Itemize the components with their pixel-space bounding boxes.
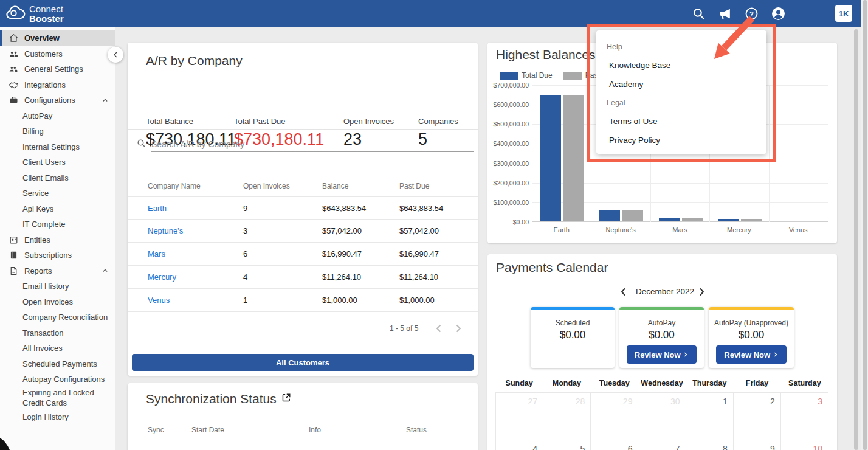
company-link[interactable]: Mercury — [148, 272, 176, 282]
sidebar-item-subscriptions[interactable]: Subscriptions — [0, 248, 115, 263]
sidebar-item-expiring-and-locked-credit-cards[interactable]: Expiring and Locked Credit Cards — [0, 387, 115, 409]
calendar-cell-7[interactable]: 7 — [638, 440, 686, 450]
sidebar-item-autopay[interactable]: AutoPay — [0, 108, 115, 124]
external-link-icon[interactable] — [281, 392, 292, 406]
y-tick-label: $0.00 — [487, 218, 529, 226]
calendar-cell-30[interactable]: 30 — [638, 393, 686, 440]
column-header-open-invoices: Open Invoices — [243, 182, 322, 190]
help-menu-item-terms-of-use[interactable]: Terms of Use — [596, 112, 766, 131]
bar-past-due-neptune-s — [622, 210, 643, 221]
calendar-cell-10[interactable]: 10 — [781, 440, 828, 450]
sidebar-item-label: Scheduled Payments — [22, 359, 97, 369]
all-customers-button[interactable]: All Customers — [132, 354, 474, 371]
pagination-prev-icon[interactable] — [432, 321, 446, 336]
sidebar-item-label: Api Keys — [22, 204, 53, 213]
help-menu-item-knowledge-base[interactable]: Knowledge Base — [596, 56, 766, 75]
search-icon[interactable] — [691, 6, 706, 21]
sidebar-item-api-keys[interactable]: Api Keys — [0, 201, 115, 217]
search-input[interactable] — [151, 137, 474, 152]
sidebar-item-autopay-configurations[interactable]: Autopay Configurations — [0, 372, 115, 387]
sync-column-sync: Sync — [148, 426, 191, 434]
sidebar-item-entities[interactable]: Entities — [0, 232, 115, 248]
company-link[interactable]: Mars — [148, 249, 165, 258]
calendar-cell-6[interactable]: 6 — [591, 440, 638, 450]
calendar-cell-29[interactable]: 29 — [591, 393, 638, 440]
cell-company: Mercury — [148, 272, 243, 282]
cell-balance: $16,990.47 — [322, 249, 399, 258]
sidebar-item-label: Billing — [22, 126, 44, 136]
announcements-icon[interactable] — [717, 6, 732, 21]
help-icon[interactable]: ? — [744, 6, 759, 21]
prev-month-icon[interactable] — [616, 285, 631, 299]
sidebar-item-scheduled-payments[interactable]: Scheduled Payments — [0, 356, 115, 372]
legend-label: Total Due — [522, 71, 553, 80]
summary-card-autopay: AutoPay$0.00Review Now — [619, 307, 704, 368]
calendar-cell-3[interactable]: 3 — [781, 393, 828, 440]
next-month-icon[interactable] — [694, 285, 709, 299]
connectbooster-logo[interactable]: Connect Booster — [5, 4, 64, 24]
chevron-up-icon[interactable] — [102, 267, 109, 274]
cell-past-due: $1,000.00 — [399, 296, 478, 305]
calendar-cell-9[interactable]: 9 — [734, 440, 781, 450]
sync-column-info: Info — [309, 426, 406, 434]
sidebar-item-general-settings[interactable]: General Settings — [0, 61, 115, 77]
sidebar-item-overview[interactable]: Overview — [0, 30, 115, 46]
sidebar-item-service[interactable]: Service — [0, 185, 115, 201]
calendar-cell-28[interactable]: 28 — [543, 393, 591, 440]
cell-open-invoices: 3 — [243, 226, 322, 235]
sidebar-item-label: Reports — [24, 266, 52, 275]
kaseya-badge[interactable]: 1K — [835, 5, 852, 22]
help-menu-item-academy[interactable]: Academy — [596, 75, 766, 94]
legend-item-total-due: Total Due — [500, 71, 553, 80]
sidebar-item-email-history[interactable]: Email History — [0, 279, 115, 294]
company-link[interactable]: Venus — [148, 296, 170, 305]
sidebar-item-customers[interactable]: Customers — [0, 46, 115, 62]
calendar-cell-2[interactable]: 2 — [734, 393, 781, 440]
content-scrollbar[interactable] — [854, 29, 858, 450]
sidebar-item-integrations[interactable]: Integrations — [0, 77, 115, 93]
y-tick-label: $500,000.00 — [487, 120, 529, 128]
sidebar-item-label: Company Reconciliation — [22, 313, 108, 322]
sidebar-item-login-history[interactable]: Login History — [0, 409, 115, 425]
sidebar-item-open-invoices[interactable]: Open Invoices — [0, 294, 115, 310]
synchronization-status-card: Synchronization Status SyncStart DateInf… — [128, 383, 478, 450]
bar-past-due-venus — [800, 221, 821, 221]
calendar-cell-8[interactable]: 8 — [686, 440, 734, 450]
sidebar-item-transaction[interactable]: Transaction — [0, 325, 115, 341]
cell-past-due: $16,990.47 — [399, 249, 478, 258]
divider — [128, 129, 478, 130]
summary-card-autopay-unapproved: AutoPay (Unapproved)$0.00Review Now — [709, 307, 794, 368]
calendar-cell-4[interactable]: 4 — [496, 440, 543, 450]
calendar-cell-1[interactable]: 1 — [686, 393, 734, 440]
cell-open-invoices: 1 — [243, 296, 322, 305]
legend-swatch — [500, 72, 518, 80]
sidebar-item-it-complete[interactable]: IT Complete — [0, 216, 115, 232]
review-now-button[interactable]: Review Now — [627, 345, 697, 364]
configurations-icon — [9, 95, 19, 105]
sidebar-item-billing[interactable]: Billing — [0, 123, 115, 139]
sidebar-item-client-emails[interactable]: Client Emails — [0, 170, 115, 186]
home-icon — [9, 33, 19, 43]
page-scrollbar-thumb[interactable] — [863, 0, 867, 450]
cell-past-due: $11,264.10 — [399, 272, 478, 282]
review-now-button[interactable]: Review Now — [716, 345, 786, 364]
chevron-up-icon[interactable] — [102, 97, 109, 104]
sidebar-item-company-reconciliation[interactable]: Company Reconciliation — [0, 310, 115, 325]
sidebar-item-client-users[interactable]: Client Users — [0, 154, 115, 170]
calendar-cell-5[interactable]: 5 — [543, 440, 591, 450]
calendar-cell-27[interactable]: 27 — [496, 393, 543, 440]
sidebar-item-all-invoices[interactable]: All Invoices — [0, 341, 115, 356]
help-menu-item-privacy-policy[interactable]: Privacy Policy — [596, 131, 766, 150]
account-icon[interactable] — [771, 6, 786, 21]
gridline-v — [828, 85, 828, 222]
sidebar-item-label: IT Complete — [22, 220, 66, 229]
cell-balance: $57,042.00 — [322, 226, 399, 235]
sidebar-item-internal-settings[interactable]: Internal Settings — [0, 139, 115, 155]
sidebar-item-reports[interactable]: Reports — [0, 263, 115, 279]
company-link[interactable]: Neptune's — [148, 226, 183, 235]
sidebar-collapse-button[interactable] — [108, 47, 123, 63]
summary-label: AutoPay (Unapproved) — [709, 319, 794, 327]
sidebar-item-configurations[interactable]: Configurations — [0, 92, 115, 108]
pagination-next-icon[interactable] — [451, 321, 466, 336]
company-link[interactable]: Earth — [148, 204, 167, 213]
